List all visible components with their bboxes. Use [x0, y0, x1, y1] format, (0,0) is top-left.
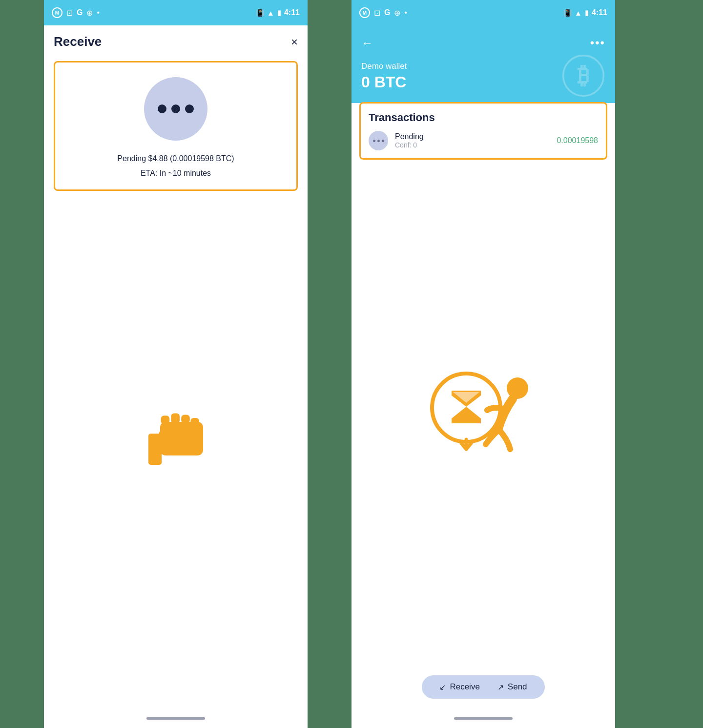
dot-3 — [185, 104, 194, 113]
status-time-right: 4:11 — [592, 8, 607, 17]
svg-rect-2 — [161, 416, 170, 424]
pending-eta-text: ETA: In ~10 minutes — [141, 169, 211, 178]
pending-amount-text: Pending $4.88 (0.00019598 BTC) — [117, 154, 234, 163]
dot-icon: • — [97, 8, 100, 17]
vibrate-icon-right: 📳 — [563, 9, 572, 17]
status-right-left: 📳 ▲ ▮ 4:11 — [256, 8, 300, 17]
home-indicator-right — [352, 708, 615, 728]
svg-rect-4 — [181, 415, 190, 424]
wifi-icon-right: ▲ — [575, 9, 582, 17]
transactions-card: Transactions Pending Conf: 0 0.00019598 — [359, 102, 607, 160]
pending-card: Pending $4.88 (0.00019598 BTC) ETA: In ~… — [54, 61, 298, 191]
home-bar-right — [454, 717, 513, 720]
status-time-left: 4:11 — [284, 8, 300, 17]
svg-rect-1 — [160, 422, 203, 456]
dot-2 — [171, 104, 180, 113]
left-phone-panel: ⊡ G ⊕ • 📳 ▲ ▮ 4:11 Receive × Pending $4.… — [44, 0, 308, 728]
receive-label: Receive — [450, 682, 479, 692]
vibrate-icon: 📳 — [256, 9, 264, 17]
cast-icon-right: ⊕ — [394, 8, 400, 18]
close-button[interactable]: × — [291, 36, 298, 48]
battery-icon: ▮ — [277, 8, 281, 17]
status-bar-left: ⊡ G ⊕ • 📳 ▲ ▮ 4:11 — [44, 0, 308, 25]
tx-info: Pending Conf: 0 — [395, 132, 550, 149]
btc-logo-watermark: ₿ — [557, 54, 610, 98]
screenshot-icon: ⊡ — [66, 8, 73, 18]
wifi-icon: ▲ — [267, 9, 274, 17]
tx-conf: Conf: 0 — [395, 141, 550, 149]
action-buttons-container: ↙ Receive ↗ Send — [352, 675, 615, 708]
loading-dots-icon — [158, 104, 194, 113]
status-bar-right: ⊡ G ⊕ • 📳 ▲ ▮ 4:11 — [352, 0, 615, 25]
receive-button[interactable]: ↙ Receive — [439, 682, 479, 692]
status-icons-right: ⊡ G ⊕ • — [359, 7, 407, 18]
tx-amount: 0.00019598 — [557, 136, 598, 145]
tx-dots-icon — [373, 140, 384, 142]
screen-title-left: Receive — [54, 34, 102, 49]
hourglass-person-icon — [420, 354, 547, 461]
google-icon-right: G — [384, 8, 390, 17]
svg-rect-5 — [190, 418, 199, 425]
right-phone-panel: ⊡ G ⊕ • 📳 ▲ ▮ 4:11 ← ••• Demo wallet 0 B… — [352, 0, 615, 728]
receive-icon: ↙ — [439, 683, 446, 692]
home-indicator-left — [44, 708, 308, 728]
home-bar-left — [146, 717, 205, 720]
tx-avatar — [369, 131, 388, 150]
status-right-right: 📳 ▲ ▮ 4:11 — [563, 8, 607, 17]
battery-icon-right: ▮ — [585, 8, 589, 17]
svg-rect-0 — [148, 434, 162, 465]
svg-rect-3 — [171, 413, 180, 423]
waiting-illustration — [352, 160, 615, 675]
cast-icon: ⊕ — [86, 8, 93, 18]
app-header-left: Receive × — [44, 25, 308, 56]
transactions-title: Transactions — [369, 111, 598, 124]
status-icons-left: ⊡ G ⊕ • — [52, 7, 100, 18]
dot-icon-right: • — [404, 8, 407, 17]
back-button[interactable]: ← — [361, 36, 373, 50]
svg-point-6 — [159, 430, 173, 437]
send-label: Send — [508, 682, 527, 692]
google-icon: G — [77, 8, 83, 17]
tx-status: Pending — [395, 132, 550, 141]
table-row[interactable]: Pending Conf: 0 0.00019598 — [369, 131, 598, 150]
dot-1 — [158, 104, 166, 113]
thumbs-up-icon — [137, 398, 215, 477]
header-nav: ← ••• — [361, 32, 605, 54]
motorola-icon-right — [359, 7, 370, 18]
avatar-circle — [144, 77, 207, 141]
thumbs-up-illustration — [44, 196, 308, 708]
motorola-icon — [52, 7, 62, 18]
action-pill: ↙ Receive ↗ Send — [422, 675, 544, 699]
app-header-right: ← ••• Demo wallet 0 BTC ₿ — [352, 25, 615, 103]
send-button[interactable]: ↗ Send — [497, 682, 527, 692]
svg-text:₿: ₿ — [578, 63, 589, 88]
more-options-button[interactable]: ••• — [590, 36, 605, 50]
wallet-info: Demo wallet 0 BTC ₿ — [361, 54, 605, 103]
send-icon: ↗ — [497, 683, 504, 692]
screenshot-icon-right: ⊡ — [374, 8, 380, 18]
